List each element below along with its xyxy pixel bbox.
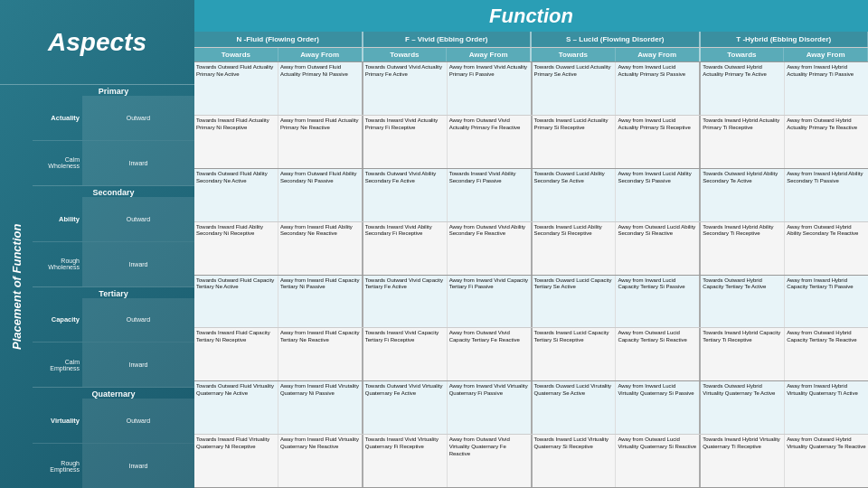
- data-cell-2-1-6: Towards Inward Hybrid Capacity Tertiary …: [701, 328, 785, 380]
- data-cell-1-1-0: Towards Inward Fluid Ability Secondary N…: [194, 222, 278, 275]
- data-cell-3-0-2: Towards Outward Vivid Virtuality Quatern…: [363, 381, 448, 434]
- table-sub-row-3-0: Towards Outward Fluid Virtuality Quatern…: [194, 381, 868, 435]
- table-row-group-1: Towards Outward Fluid Ability Secondary …: [194, 169, 868, 276]
- data-cell-1-1-3: Away from Outward Vivid Ability Secondar…: [448, 222, 533, 275]
- data-cell-0-0-2: Towards Outward Vivid Actuality Primary …: [363, 62, 448, 115]
- col-sub-header-0: Towards: [194, 48, 278, 61]
- io-direction-3-1: Inward: [82, 444, 194, 488]
- aspect-name-1: Secondary: [33, 186, 194, 197]
- data-cell-3-1-5: Away from Outward Lucid Virtuality Quate…: [616, 435, 701, 487]
- data-cell-1-1-5: Away from Outward Lucid Ability Secondar…: [616, 222, 701, 275]
- sub-label-inward-2: Calm Emptiness: [33, 359, 82, 371]
- aspect-name-3: Quaternary: [33, 388, 194, 399]
- data-cell-2-0-2: Towards Outward Vivid Capacity Tertiary …: [363, 276, 448, 328]
- io-row-0-1: Calm WholenessInward: [33, 141, 194, 185]
- data-cell-0-0-1: Away from Outward Fluid Actuality Primar…: [278, 62, 363, 115]
- data-cell-2-1-4: Towards Inward Lucid Capacity Tertiary S…: [533, 328, 617, 380]
- sub-label-3: Virtuality: [33, 417, 82, 425]
- data-cell-0-0-6: Towards Outward Hybrid Actuality Primary…: [701, 62, 785, 115]
- placement-section: Placement of Function PrimaryActualityOu…: [0, 85, 194, 488]
- row-group-1: SecondaryAbilityOutwardRough WholenessIn…: [33, 186, 194, 287]
- col-group-headers: N -Fluid (Flowing Order)F – Vivid (Ebbin…: [194, 32, 868, 48]
- data-cell-2-0-4: Towards Ouward Lucid Capacity Tertiary S…: [533, 276, 617, 328]
- data-cell-3-1-7: Away from Outward Hybrid Virtuality Quat…: [785, 435, 868, 487]
- data-cell-1-0-1: Away from Outward Fluid Ability Secondar…: [278, 169, 363, 221]
- col-sub-header-1: Away From: [278, 48, 363, 61]
- data-cell-3-0-6: Towards Outward Hybrid Virtuality Quater…: [701, 381, 785, 434]
- data-cell-3-0-7: Away from Inward Hybrid Virtuality Quate…: [785, 381, 868, 434]
- col-sub-header-3: Away From: [447, 48, 532, 61]
- col-group-header-3: T -Hybrid (Ebbing Disorder): [701, 32, 869, 47]
- data-cell-1-0-6: Towards Outward Hybrid Ability Secondary…: [701, 169, 785, 221]
- data-cell-3-1-2: Towards Inward Vivid Virtuality Quaterna…: [363, 435, 448, 487]
- data-cell-0-0-4: Towards Ouward Lucid Actuality Primary S…: [533, 62, 617, 115]
- io-direction-1-1: Inward: [82, 242, 194, 286]
- data-cell-1-1-6: Towards Inward Hybrid Ability Secondary …: [701, 222, 785, 275]
- col-group-header-0: N -Fluid (Flowing Order): [194, 32, 363, 47]
- col-sub-header-4: Towards: [532, 48, 616, 61]
- row-group-0: PrimaryActualityOutwardCalm WholenessInw…: [33, 85, 194, 186]
- data-cell-3-0-0: Towards Outward Fluid Virtuality Quatern…: [194, 381, 278, 434]
- io-direction-0-0: Outward: [82, 96, 194, 140]
- data-cell-0-1-1: Away from Inward Fluid Actuality Primary…: [278, 116, 363, 168]
- data-cell-3-1-1: Away from Inward Fluid Virtuality Quater…: [278, 435, 363, 487]
- sub-label-2: Capacity: [33, 315, 82, 324]
- col-group-header-1: F – Vivid (Ebbing Order): [363, 32, 533, 47]
- sub-label-0: Actuality: [33, 114, 82, 122]
- main-container: Aspects Placement of Function PrimaryAct…: [0, 0, 868, 488]
- data-cell-3-1-4: Towards Inward Lucid Virtuality Quaterna…: [533, 435, 617, 487]
- data-cell-0-1-5: Away from Inward Lucid Actuality Primary…: [616, 116, 701, 168]
- data-cell-0-1-4: Towards Inward Lucid Actuality Primary S…: [533, 116, 617, 168]
- placement-of-function-label: Placement of Function: [0, 85, 33, 488]
- function-header: Function: [194, 0, 868, 32]
- io-direction-2-0: Outward: [82, 298, 194, 343]
- data-cell-2-1-3: Away from Outward Vivid Capacity Tertiar…: [448, 328, 533, 380]
- sub-label-1: Ability: [33, 215, 82, 223]
- data-cell-2-0-7: Away from Inward Hybrid Capacity Tertiar…: [785, 276, 868, 328]
- data-cell-3-0-3: Away from Inward Vivid Virtuality Quater…: [448, 381, 533, 434]
- data-cell-2-1-0: Towards Inward Fluid Capacity Tertiary N…: [194, 328, 278, 380]
- aspects-label: Aspects: [0, 0, 194, 85]
- table-sub-row-0-1: Towards Inward Fluid Actuality Primary N…: [194, 116, 868, 168]
- sub-label-inward-0: Calm Wholeness: [33, 156, 82, 169]
- table-row-group-2: Towards Outward Fluid Capacity Tertiary …: [194, 276, 868, 382]
- io-row-3-1: Rough EmptinessInward: [33, 444, 194, 488]
- col-sub-headers: TowardsAway FromTowardsAway FromTowardsA…: [194, 48, 868, 62]
- sub-label-inward-3: Rough Emptiness: [33, 460, 82, 473]
- data-cell-2-0-5: Away from Inward Lucid Capacity Tertiary…: [616, 276, 701, 328]
- data-cell-1-0-4: Towards Ouward Lucid Ability Secondary S…: [533, 169, 617, 221]
- table-sub-row-1-0: Towards Outward Fluid Ability Secondary …: [194, 169, 868, 222]
- data-cell-1-0-2: Towards Outward Vivid Ability Secondary …: [363, 169, 448, 221]
- data-cell-1-0-5: Away from Inward Lucid Ability Secondary…: [616, 169, 701, 221]
- aspect-name-0: Primary: [33, 85, 194, 96]
- data-cell-1-1-1: Away from Inward Fluid Ability Secondary…: [278, 222, 363, 275]
- data-cell-1-0-0: Towards Outward Fluid Ability Secondary …: [194, 169, 278, 221]
- data-cell-1-0-3: Towards Inward Vivid Ability Secondary F…: [448, 169, 533, 221]
- io-row-1-1: Rough WholenessInward: [33, 242, 194, 286]
- data-cell-3-1-6: Towards Inward Hybrid Virtuality Quatern…: [701, 435, 785, 487]
- table-body: Towards Outward Fluid Actuality Primary …: [194, 62, 868, 488]
- col-sub-header-2: Towards: [363, 48, 448, 61]
- sub-label-inward-1: Rough Wholeness: [33, 258, 82, 270]
- io-direction-3-0: Outward: [82, 399, 194, 443]
- data-cell-2-0-0: Towards Outward Fluid Capacity Tertiary …: [194, 276, 278, 328]
- io-row-2-1: Calm EmptinessInward: [33, 343, 194, 387]
- table-sub-row-3-1: Towards Inward Fluid Virtuality Quaterna…: [194, 435, 868, 487]
- data-cell-0-1-7: Away from Outward Hybrid Actuality Prima…: [785, 116, 868, 168]
- col-group-header-2: S – Lucid (Flowing Disorder): [532, 32, 701, 47]
- io-direction-0-1: Inward: [82, 141, 194, 185]
- row-group-3: QuaternaryVirtualityOutwardRough Emptine…: [33, 388, 194, 488]
- row-group-2: TertiaryCapacityOutwardCalm EmptinessInw…: [33, 287, 194, 389]
- io-row-0-0: ActualityOutward: [33, 96, 194, 141]
- data-cell-1-1-4: Towards Inward Lucid Ability Secondary S…: [533, 222, 617, 275]
- data-cell-0-0-3: Away from Inward Vivid Actuality Primary…: [448, 62, 533, 115]
- row-labels: PrimaryActualityOutwardCalm WholenessInw…: [33, 85, 194, 488]
- data-cell-3-1-3: Away from Outward Vivid Virtuality Quate…: [448, 435, 533, 487]
- io-row-3-0: VirtualityOutward: [33, 399, 194, 444]
- data-cell-2-0-1: Away from Inward Fluid Capacity Tertiary…: [278, 276, 363, 328]
- data-cell-3-0-5: Away from Inward Lucid Virtuality Quater…: [616, 381, 701, 434]
- data-cell-1-0-7: Away from Inward Hybrid Ability Secondar…: [785, 169, 868, 221]
- data-cell-0-1-3: Away from Outward Vivid Actuality Primar…: [448, 116, 533, 168]
- table-row-group-0: Towards Outward Fluid Actuality Primary …: [194, 62, 868, 169]
- right-panel: Function N -Fluid (Flowing Order)F – Viv…: [194, 0, 868, 488]
